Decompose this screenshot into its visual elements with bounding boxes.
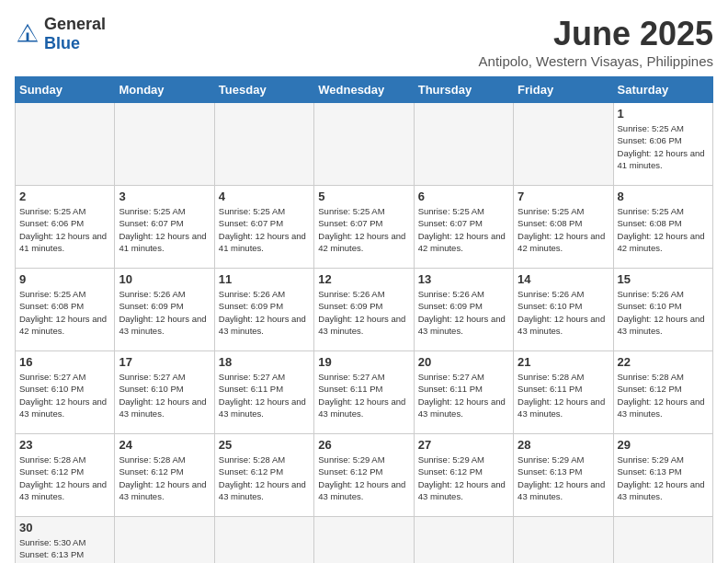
day-info: Sunrise: 5:28 AMSunset: 6:12 PMDaylight:… xyxy=(19,454,110,502)
day-info: Sunrise: 5:25 AMSunset: 6:07 PMDaylight:… xyxy=(418,205,509,254)
calendar-header-row: SundayMondayTuesdayWednesdayThursdayFrid… xyxy=(16,77,713,103)
day-number: 25 xyxy=(219,438,310,452)
calendar-day-cell xyxy=(214,103,313,186)
day-info: Sunrise: 5:27 AMSunset: 6:10 PMDaylight:… xyxy=(119,371,210,419)
calendar-day-cell xyxy=(314,103,414,186)
calendar-day-cell: 29Sunrise: 5:29 AMSunset: 6:13 PMDayligh… xyxy=(613,434,712,517)
day-number: 7 xyxy=(518,190,609,203)
day-info: Sunrise: 5:27 AMSunset: 6:10 PMDaylight:… xyxy=(19,371,110,419)
day-info: Sunrise: 5:29 AMSunset: 6:12 PMDaylight:… xyxy=(318,454,409,502)
calendar-day-cell: 24Sunrise: 5:28 AMSunset: 6:12 PMDayligh… xyxy=(115,434,214,517)
column-header-tuesday: Tuesday xyxy=(214,77,313,103)
day-info: Sunrise: 5:26 AMSunset: 6:09 PMDaylight:… xyxy=(418,288,509,337)
day-number: 18 xyxy=(219,355,310,369)
day-number: 23 xyxy=(19,438,110,452)
calendar-day-cell xyxy=(214,517,313,564)
day-info: Sunrise: 5:25 AMSunset: 6:07 PMDaylight:… xyxy=(119,205,210,254)
calendar-day-cell xyxy=(514,517,613,564)
calendar-day-cell: 15Sunrise: 5:26 AMSunset: 6:10 PMDayligh… xyxy=(613,269,712,351)
day-info: Sunrise: 5:29 AMSunset: 6:12 PMDaylight:… xyxy=(418,454,509,502)
calendar-day-cell xyxy=(16,103,115,186)
day-number: 3 xyxy=(119,190,210,203)
day-info: Sunrise: 5:25 AMSunset: 6:07 PMDaylight:… xyxy=(318,205,409,254)
calendar-week-row: 2Sunrise: 5:25 AMSunset: 6:06 PMDaylight… xyxy=(16,186,713,269)
day-number: 17 xyxy=(119,355,210,369)
calendar-table: SundayMondayTuesdayWednesdayThursdayFrid… xyxy=(15,76,713,563)
day-info: Sunrise: 5:30 AMSunset: 6:13 PMDaylight:… xyxy=(19,536,110,563)
calendar-day-cell: 4Sunrise: 5:25 AMSunset: 6:07 PMDaylight… xyxy=(214,186,313,269)
calendar-day-cell: 18Sunrise: 5:27 AMSunset: 6:11 PMDayligh… xyxy=(214,351,313,434)
logo: General Blue xyxy=(15,15,106,53)
logo-blue-text: Blue xyxy=(44,34,80,52)
day-info: Sunrise: 5:25 AMSunset: 6:08 PMDaylight:… xyxy=(518,205,609,254)
day-info: Sunrise: 5:26 AMSunset: 6:09 PMDaylight:… xyxy=(119,288,210,337)
column-header-friday: Friday xyxy=(514,77,613,103)
calendar-day-cell: 10Sunrise: 5:26 AMSunset: 6:09 PMDayligh… xyxy=(115,269,214,351)
day-number: 30 xyxy=(19,521,110,534)
day-number: 9 xyxy=(19,272,110,286)
day-info: Sunrise: 5:28 AMSunset: 6:11 PMDaylight:… xyxy=(518,371,609,419)
day-number: 29 xyxy=(618,438,709,452)
day-number: 14 xyxy=(518,272,609,286)
day-number: 15 xyxy=(618,272,709,286)
day-number: 22 xyxy=(618,355,709,369)
calendar-day-cell: 19Sunrise: 5:27 AMSunset: 6:11 PMDayligh… xyxy=(314,351,414,434)
calendar-day-cell: 22Sunrise: 5:28 AMSunset: 6:12 PMDayligh… xyxy=(613,351,712,434)
calendar-day-cell: 30Sunrise: 5:30 AMSunset: 6:13 PMDayligh… xyxy=(16,517,115,564)
calendar-week-row: 1Sunrise: 5:25 AMSunset: 6:06 PMDaylight… xyxy=(16,103,713,186)
day-info: Sunrise: 5:26 AMSunset: 6:10 PMDaylight:… xyxy=(618,288,709,337)
day-info: Sunrise: 5:27 AMSunset: 6:11 PMDaylight:… xyxy=(318,371,409,419)
calendar-day-cell: 23Sunrise: 5:28 AMSunset: 6:12 PMDayligh… xyxy=(16,434,115,517)
day-number: 28 xyxy=(518,438,609,452)
calendar-day-cell xyxy=(414,103,513,186)
day-info: Sunrise: 5:26 AMSunset: 6:10 PMDaylight:… xyxy=(518,288,609,337)
calendar-day-cell: 13Sunrise: 5:26 AMSunset: 6:09 PMDayligh… xyxy=(414,269,513,351)
day-number: 2 xyxy=(19,190,110,203)
day-number: 19 xyxy=(318,355,409,369)
day-info: Sunrise: 5:26 AMSunset: 6:09 PMDaylight:… xyxy=(318,288,409,337)
calendar-day-cell xyxy=(414,517,513,564)
day-info: Sunrise: 5:27 AMSunset: 6:11 PMDaylight:… xyxy=(219,371,310,419)
day-number: 21 xyxy=(518,355,609,369)
day-number: 27 xyxy=(418,438,509,452)
column-header-thursday: Thursday xyxy=(414,77,513,103)
calendar-day-cell: 21Sunrise: 5:28 AMSunset: 6:11 PMDayligh… xyxy=(514,351,613,434)
day-number: 24 xyxy=(119,438,210,452)
calendar-week-row: 9Sunrise: 5:25 AMSunset: 6:08 PMDaylight… xyxy=(16,269,713,351)
calendar-day-cell: 8Sunrise: 5:25 AMSunset: 6:08 PMDaylight… xyxy=(613,186,712,269)
calendar-day-cell: 2Sunrise: 5:25 AMSunset: 6:06 PMDaylight… xyxy=(16,186,115,269)
day-info: Sunrise: 5:28 AMSunset: 6:12 PMDaylight:… xyxy=(119,454,210,502)
calendar-day-cell: 25Sunrise: 5:28 AMSunset: 6:12 PMDayligh… xyxy=(214,434,313,517)
day-number: 5 xyxy=(318,190,409,203)
day-info: Sunrise: 5:25 AMSunset: 6:06 PMDaylight:… xyxy=(618,122,709,171)
day-number: 6 xyxy=(418,190,509,203)
calendar-day-cell xyxy=(514,103,613,186)
day-info: Sunrise: 5:26 AMSunset: 6:09 PMDaylight:… xyxy=(219,288,310,337)
calendar-week-row: 23Sunrise: 5:28 AMSunset: 6:12 PMDayligh… xyxy=(16,434,713,517)
calendar-day-cell xyxy=(314,517,414,564)
title-section: June 2025 Antipolo, Western Visayas, Phi… xyxy=(479,15,713,69)
day-info: Sunrise: 5:25 AMSunset: 6:08 PMDaylight:… xyxy=(618,205,709,254)
day-number: 10 xyxy=(119,272,210,286)
day-info: Sunrise: 5:28 AMSunset: 6:12 PMDaylight:… xyxy=(618,371,709,419)
day-number: 1 xyxy=(618,107,709,121)
calendar-day-cell: 16Sunrise: 5:27 AMSunset: 6:10 PMDayligh… xyxy=(16,351,115,434)
column-header-sunday: Sunday xyxy=(16,77,115,103)
calendar-week-row: 16Sunrise: 5:27 AMSunset: 6:10 PMDayligh… xyxy=(16,351,713,434)
day-number: 26 xyxy=(318,438,409,452)
day-number: 12 xyxy=(318,272,409,286)
day-number: 4 xyxy=(219,190,310,203)
calendar-day-cell: 6Sunrise: 5:25 AMSunset: 6:07 PMDaylight… xyxy=(414,186,513,269)
day-info: Sunrise: 5:29 AMSunset: 6:13 PMDaylight:… xyxy=(618,454,709,502)
day-info: Sunrise: 5:25 AMSunset: 6:06 PMDaylight:… xyxy=(19,205,110,254)
general-blue-logo-icon xyxy=(15,21,40,47)
calendar-title: June 2025 xyxy=(479,15,713,53)
day-info: Sunrise: 5:28 AMSunset: 6:12 PMDaylight:… xyxy=(219,454,310,502)
calendar-day-cell: 17Sunrise: 5:27 AMSunset: 6:10 PMDayligh… xyxy=(115,351,214,434)
calendar-day-cell: 11Sunrise: 5:26 AMSunset: 6:09 PMDayligh… xyxy=(214,269,313,351)
calendar-week-row: 30Sunrise: 5:30 AMSunset: 6:13 PMDayligh… xyxy=(16,517,713,564)
logo-general-text: General xyxy=(44,15,106,33)
column-header-monday: Monday xyxy=(115,77,214,103)
day-number: 8 xyxy=(618,190,709,203)
calendar-day-cell: 12Sunrise: 5:26 AMSunset: 6:09 PMDayligh… xyxy=(314,269,414,351)
